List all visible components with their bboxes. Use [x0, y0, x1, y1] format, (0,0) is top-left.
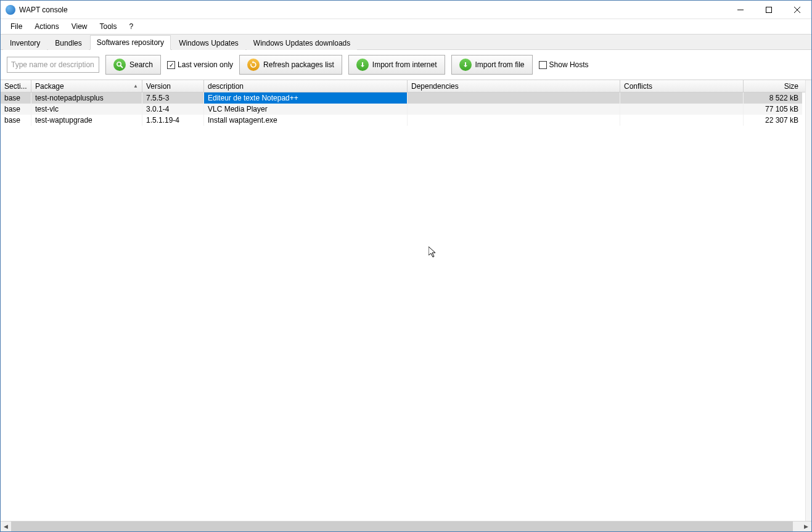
import-file-button[interactable]: Import from file: [451, 55, 533, 75]
window-title: WAPT console: [19, 6, 68, 14]
menu-bar: File Actions View Tools ?: [1, 19, 811, 34]
maximize-button[interactable]: [755, 1, 783, 19]
toolbar: Search ✓ Last version only Refresh packa…: [1, 50, 811, 80]
scroll-left-icon[interactable]: ◀: [1, 522, 11, 532]
tab-windows-updates[interactable]: Windows Updates: [172, 36, 245, 50]
search-button[interactable]: Search: [105, 55, 161, 75]
search-input[interactable]: [7, 57, 99, 73]
cell-dependencies: [408, 115, 620, 126]
cell-conflicts: [620, 92, 744, 104]
svg-line-5: [121, 66, 123, 68]
last-version-only-label: Last version only: [178, 60, 233, 69]
cell-size: 22 307 kB: [744, 115, 802, 126]
search-icon: [113, 59, 126, 71]
download-icon: [459, 59, 472, 71]
svg-rect-1: [766, 7, 772, 12]
col-header-package-label: Package: [35, 82, 64, 91]
checkbox-icon: ✓: [167, 61, 175, 69]
cell-package: test-waptupgrade: [31, 115, 142, 126]
close-icon: [794, 7, 800, 13]
tab-bundles[interactable]: Bundles: [48, 36, 88, 50]
refresh-button[interactable]: Refresh packages list: [239, 55, 342, 75]
package-grid: Secti... Package ▲ Version description D…: [1, 80, 805, 521]
grid-body[interactable]: basetest-notepadplusplus7.5.5-3Editeur d…: [1, 92, 805, 521]
download-icon: [356, 59, 369, 71]
svg-point-4: [117, 62, 121, 66]
search-button-label: Search: [129, 60, 153, 69]
sort-asc-icon: ▲: [133, 83, 138, 89]
cell-conflicts: [620, 115, 744, 126]
scroll-thumb[interactable]: [11, 522, 793, 532]
menu-tools[interactable]: Tools: [94, 20, 123, 33]
cell-section: base: [1, 104, 31, 115]
show-hosts-label: Show Hosts: [549, 60, 589, 69]
cell-description: Editeur de texte Notepad++: [204, 92, 408, 104]
cell-dependencies: [408, 104, 620, 115]
grid-header: Secti... Package ▲ Version description D…: [1, 80, 805, 92]
minimize-button[interactable]: [726, 1, 755, 19]
cell-description: Install waptagent.exe: [204, 115, 408, 126]
show-hosts-checkbox[interactable]: Show Hosts: [539, 60, 589, 69]
menu-view[interactable]: View: [65, 20, 94, 33]
import-internet-button[interactable]: Import from internet: [348, 55, 445, 75]
table-row[interactable]: basetest-waptupgrade1.5.1.19-4Install wa…: [1, 115, 805, 126]
col-header-size[interactable]: Size: [744, 80, 802, 92]
app-icon: [6, 5, 15, 15]
minimize-icon: [737, 7, 744, 13]
close-button[interactable]: [783, 1, 811, 19]
svg-marker-6: [252, 61, 254, 63]
cell-section: base: [1, 92, 31, 104]
menu-help[interactable]: ?: [123, 20, 140, 33]
col-header-version[interactable]: Version: [142, 80, 204, 92]
col-header-dependencies[interactable]: Dependencies: [408, 80, 620, 92]
scroll-right-icon[interactable]: ▶: [801, 522, 811, 532]
scroll-track[interactable]: [11, 522, 801, 532]
col-header-package[interactable]: Package ▲: [31, 80, 142, 92]
cell-package: test-vlc: [31, 104, 142, 115]
svg-marker-8: [361, 65, 364, 67]
cell-size: 77 105 kB: [744, 104, 802, 115]
col-header-section[interactable]: Secti...: [1, 80, 31, 92]
tab-strip: Inventory Bundles Softwares repository W…: [1, 34, 811, 50]
cell-dependencies: [408, 92, 620, 104]
menu-file[interactable]: File: [4, 20, 28, 33]
cell-version: 1.5.1.19-4: [142, 115, 204, 126]
cell-version: 7.5.5-3: [142, 92, 204, 104]
col-header-conflicts[interactable]: Conflicts: [620, 80, 744, 92]
title-bar: WAPT console: [1, 1, 811, 19]
col-header-description[interactable]: description: [204, 80, 408, 92]
last-version-only-checkbox[interactable]: ✓ Last version only: [167, 60, 233, 69]
tab-softwares-repository[interactable]: Softwares repository: [90, 35, 171, 50]
refresh-button-label: Refresh packages list: [263, 60, 334, 69]
import-file-label: Import from file: [475, 60, 525, 69]
table-row[interactable]: basetest-vlc3.0.1-4VLC Media Player77 10…: [1, 104, 805, 115]
right-gutter: [805, 80, 811, 521]
cell-section: base: [1, 115, 31, 126]
tab-inventory[interactable]: Inventory: [3, 36, 47, 50]
cell-version: 3.0.1-4: [142, 104, 204, 115]
menu-actions[interactable]: Actions: [28, 20, 65, 33]
import-internet-label: Import from internet: [372, 60, 437, 69]
cell-conflicts: [620, 104, 744, 115]
cell-package: test-notepadplusplus: [31, 92, 142, 104]
cell-description: VLC Media Player: [204, 104, 408, 115]
refresh-icon: [247, 59, 260, 71]
cell-size: 8 522 kB: [744, 92, 802, 104]
maximize-icon: [766, 7, 772, 13]
svg-marker-10: [464, 65, 467, 67]
tab-windows-updates-downloads[interactable]: Windows Updates downloads: [247, 36, 357, 50]
horizontal-scrollbar[interactable]: ◀ ▶: [1, 521, 811, 531]
checkbox-icon: [539, 61, 547, 69]
table-row[interactable]: basetest-notepadplusplus7.5.5-3Editeur d…: [1, 92, 805, 104]
